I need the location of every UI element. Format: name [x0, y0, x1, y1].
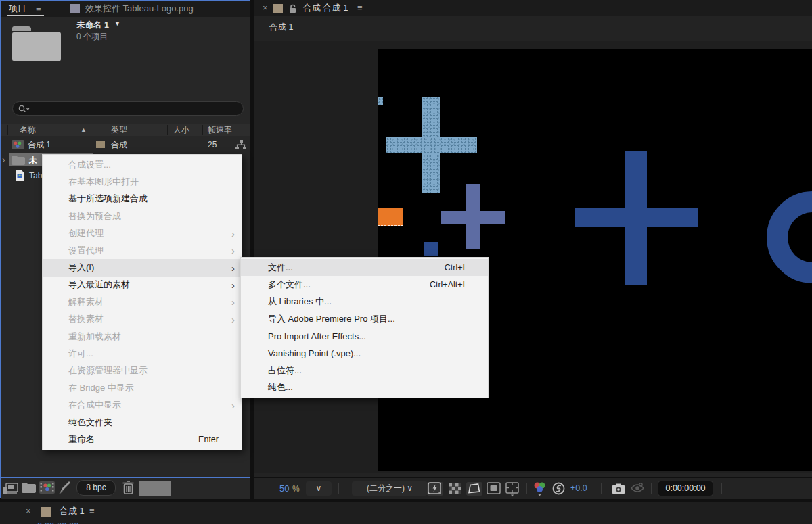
tab-composition[interactable]: 合成 合成 1: [303, 0, 348, 16]
grid-guides-icon[interactable]: [505, 482, 521, 497]
item-name: Tab: [29, 168, 42, 183]
column-size[interactable]: 大小: [173, 124, 189, 136]
menu-item-shortcut: Ctrl+I: [445, 263, 472, 272]
submenu-item[interactable]: 占位符...: [241, 362, 488, 379]
sort-asc-icon[interactable]: ▲: [81, 124, 87, 136]
context-menu-item[interactable]: 许可... ›: [43, 345, 242, 362]
menu-item-label: 纯色文件夹: [68, 416, 112, 429]
menu-item-label: 多个文件...: [268, 279, 311, 291]
column-name[interactable]: 名称: [20, 124, 36, 136]
comp-label-swatch: [273, 4, 283, 13]
menu-item-label: 占位符...: [268, 364, 302, 377]
context-menu-item[interactable]: 替换为预合成 ›: [43, 208, 242, 224]
context-menu-item[interactable]: 在合成中显示 ›: [43, 396, 242, 413]
submenu-arrow-icon: ›: [225, 225, 235, 242]
close-icon[interactable]: ×: [263, 0, 268, 16]
close-icon[interactable]: ×: [26, 503, 31, 519]
channels-icon[interactable]: [533, 481, 547, 496]
search-box[interactable]: [12, 101, 244, 116]
panel-menu-icon[interactable]: ≡: [89, 503, 95, 519]
context-menu-item[interactable]: 导入(I) ›: [43, 259, 242, 276]
row-expander-icon[interactable]: ›: [2, 151, 5, 168]
timeline-timecode-hint[interactable]: 0:00:00:00: [37, 521, 78, 524]
tableau-cross-slate-hbar: [441, 211, 505, 224]
submenu-item[interactable]: 多个文件... Ctrl+Alt+I: [241, 276, 488, 293]
menu-item-label: 在合成中显示: [68, 399, 121, 411]
item-name: 未: [29, 153, 37, 168]
menu-item-label: 合成设置...: [68, 159, 111, 171]
menu-item-label: 设置代理: [68, 245, 104, 257]
interpret-footage-icon[interactable]: [3, 481, 19, 495]
search-input[interactable]: [33, 103, 239, 116]
context-menu-item[interactable]: 在基本图形中打开 ›: [43, 173, 242, 190]
submenu-item[interactable]: 纯色...: [241, 379, 488, 396]
menu-item-label: 重新加载素材: [68, 331, 121, 343]
table-row-comp1[interactable]: 合成 1 合成 25: [1, 137, 250, 152]
column-type[interactable]: 类型: [111, 124, 127, 136]
viewer-comp-tab[interactable]: 合成 1: [269, 19, 293, 35]
context-menu-item[interactable]: 纯色文件夹 ›: [43, 414, 242, 431]
submenu-item[interactable]: 从 Libraries 中...: [241, 293, 488, 310]
panel-menu-icon[interactable]: ≡: [357, 0, 363, 16]
context-menu-item[interactable]: 解释素材 ›: [43, 293, 242, 310]
menu-item-label: 重命名: [68, 433, 95, 446]
tab-timeline-comp[interactable]: 合成 1: [60, 503, 85, 519]
chevron-down-icon: ∨: [316, 483, 322, 493]
tableau-cross-large-hbar: [575, 208, 698, 227]
context-menu-item[interactable]: 设置代理 ›: [43, 242, 242, 259]
effect-controls-panel-icon: [70, 4, 80, 13]
comp-tabbar: × 合成 合成 1 ≡: [254, 0, 812, 16]
region-of-interest-icon[interactable]: [466, 482, 482, 496]
submenu-arrow-icon: ›: [225, 397, 235, 414]
menu-item-label: 文件...: [268, 262, 293, 274]
transparency-grid-icon[interactable]: [449, 483, 461, 494]
new-composition-icon[interactable]: [39, 481, 55, 494]
zoom-value[interactable]: 50: [279, 483, 289, 494]
menu-item-label: 解释素材: [68, 296, 104, 308]
project-name[interactable]: 未命名 1: [76, 20, 109, 31]
caret-down-icon[interactable]: ▼: [114, 20, 120, 27]
context-menu-item[interactable]: 重新加载素材 ›: [43, 328, 242, 345]
quill-icon[interactable]: [58, 481, 72, 495]
context-menu-item[interactable]: 在 Bridge 中显示 ›: [43, 379, 242, 396]
bit-depth-button[interactable]: 8 bpc: [76, 480, 116, 496]
context-menu-item[interactable]: 在资源管理器中显示 ›: [43, 362, 242, 379]
exposure-icon[interactable]: [552, 482, 565, 495]
chevron-down-icon: ∨: [407, 483, 413, 493]
flowchart-icon[interactable]: [235, 140, 246, 150]
trash-icon[interactable]: [122, 481, 134, 494]
fast-previews-icon[interactable]: [427, 482, 443, 496]
unlock-icon[interactable]: [289, 4, 296, 13]
context-menu-item[interactable]: 合成设置... ›: [43, 156, 242, 173]
context-menu-item[interactable]: 创建代理 ›: [43, 225, 242, 242]
folder-preview-icon: [11, 24, 62, 62]
submenu-item[interactable]: 导入 Adobe Premiere Pro 项目...: [241, 310, 488, 327]
menu-item-label: 替换素材: [68, 313, 104, 325]
zoom-dropdown[interactable]: ∨: [306, 481, 332, 496]
submenu-item[interactable]: Pro Import After Effects...: [241, 328, 488, 345]
submenu-item[interactable]: 文件... Ctrl+I: [241, 259, 488, 276]
timecode-display[interactable]: 0:00:00:00: [658, 481, 713, 496]
submenu-item[interactable]: Vanishing Point (.vpe)...: [241, 345, 488, 362]
label-color-swatch[interactable]: [96, 141, 105, 148]
resolution-value: (二分之一): [367, 483, 405, 493]
project-item-count: 0 个项目: [76, 31, 108, 43]
context-menu-item[interactable]: 导入最近的素材 ›: [43, 277, 242, 293]
tab-effect-controls[interactable]: 效果控件 Tableau-Logo.png: [85, 1, 194, 17]
context-menu-item[interactable]: 替换素材 ›: [43, 311, 242, 328]
composition-item-icon: [12, 140, 24, 149]
context-menu-item[interactable]: 重命名 Enter ›: [43, 431, 242, 448]
menu-item-shortcut: Ctrl+Alt+I: [430, 280, 472, 289]
snapshot-camera-icon[interactable]: [612, 483, 625, 494]
menu-item-label: 从 Libraries 中...: [268, 295, 332, 308]
context-menu-item[interactable]: 基于所选项新建合成 ›: [43, 191, 242, 208]
show-snapshot-eye-icon[interactable]: [631, 483, 644, 493]
context-menu: 合成设置... › 在基本图形中打开 › 基于所选项新建合成 › 替换为预合成 …: [42, 154, 242, 450]
item-type: 合成: [111, 137, 127, 152]
column-fps[interactable]: 帧速率: [208, 124, 232, 136]
exposure-value[interactable]: +0.0: [570, 483, 587, 493]
resolution-dropdown[interactable]: (二分之一) ∨: [352, 481, 428, 496]
safe-margins-icon[interactable]: [487, 482, 501, 495]
new-folder-icon[interactable]: [22, 482, 36, 493]
zoom-percent: %: [292, 484, 300, 494]
